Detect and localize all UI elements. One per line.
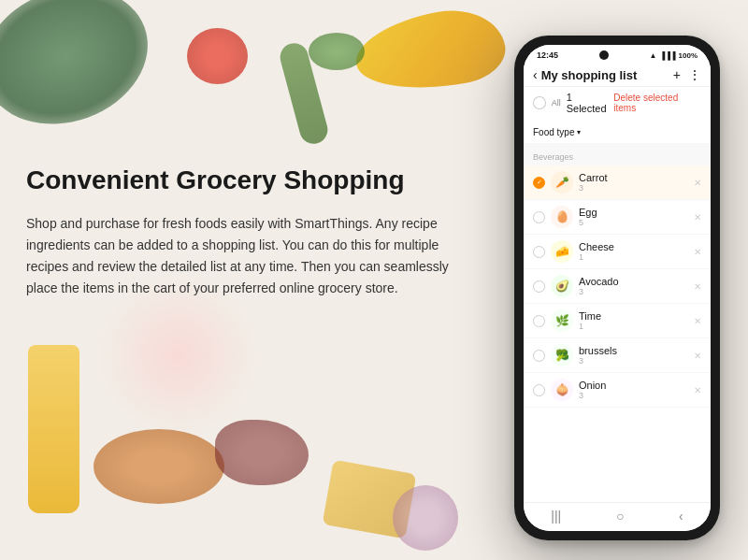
- avocado-name: Avocado: [579, 276, 688, 287]
- bg-sweetpotato-decoration: [94, 429, 224, 504]
- signal-icon: ▐▐▐: [660, 51, 676, 60]
- filter-row: Food type ▾: [524, 119, 711, 143]
- app-header: ‹ My shopping list + ⋮: [524, 62, 711, 87]
- carrot-count: 3: [579, 183, 688, 193]
- list-item[interactable]: 🌿 Time 1 ✕: [524, 304, 711, 338]
- wifi-icon: ▲: [650, 51, 657, 60]
- back-button[interactable]: ‹: [533, 67, 538, 82]
- phone-mockup: 12:45 ▲ ▐▐▐ 100% ‹ My shopping list + ⋮: [514, 36, 720, 540]
- bg-tomato-decoration: [187, 28, 248, 84]
- bg-pink-blob-decoration: [94, 280, 262, 430]
- bg-banana-decoration: [350, 2, 510, 102]
- carrot-info: Carrot 3: [579, 172, 688, 193]
- onion-name: Onion: [579, 380, 688, 391]
- phone-bottom-nav: ||| ○ ‹: [524, 502, 711, 531]
- app-title: My shopping list: [541, 68, 638, 82]
- delete-selected-button[interactable]: Delete selected items: [613, 93, 701, 113]
- cheese-icon: 🧀: [551, 240, 573, 263]
- selection-left: All 1 Selected: [533, 92, 613, 114]
- time-count: 1: [579, 322, 688, 331]
- filter-chevron-icon: ▾: [577, 128, 581, 136]
- egg-info: Egg 5: [579, 207, 688, 227]
- selection-bar: All 1 Selected Delete selected items: [524, 87, 711, 119]
- avocado-info: Avocado 3: [579, 276, 688, 296]
- onion-count: 3: [579, 391, 688, 400]
- time-name: Time: [579, 310, 688, 322]
- item-checkbox-time[interactable]: [533, 315, 545, 327]
- item-checkbox-egg[interactable]: [533, 211, 545, 223]
- selected-count-text: 1 Selected: [567, 92, 614, 114]
- back-nav-icon[interactable]: ‹: [679, 509, 683, 524]
- list-item[interactable]: 🥦 brussels 3 ✕: [524, 338, 711, 373]
- home-nav-icon[interactable]: ○: [616, 509, 624, 524]
- add-item-button[interactable]: +: [673, 67, 681, 82]
- egg-icon: 🥚: [551, 206, 573, 228]
- carrot-remove-icon[interactable]: ✕: [694, 178, 701, 188]
- shopping-items-list: 🥕 Carrot 3 ✕ 🥚 Egg 5 ✕: [524, 165, 711, 502]
- battery-icon: 100%: [679, 51, 698, 60]
- list-item[interactable]: 🥚 Egg 5 ✕: [524, 200, 711, 235]
- beverages-category: Beverages: [524, 143, 711, 165]
- beverages-label: Beverages: [533, 152, 573, 162]
- avocado-icon: 🥑: [551, 275, 573, 297]
- brussels-info: brussels 3: [579, 345, 688, 366]
- brussels-icon: 🥦: [551, 344, 573, 366]
- cheese-name: Cheese: [579, 241, 688, 252]
- select-all-checkbox[interactable]: [533, 96, 546, 109]
- bg-onion-decoration: [393, 485, 458, 551]
- page-title: Convenient Grocery Shopping: [26, 164, 456, 196]
- item-checkbox-cheese[interactable]: [533, 246, 545, 258]
- status-time: 12:45: [537, 50, 558, 60]
- bg-spinach-decoration: [0, 0, 167, 147]
- cheese-count: 1: [579, 252, 688, 262]
- list-item[interactable]: 🧅 Onion 3 ✕: [524, 373, 711, 408]
- bg-juice-decoration: [28, 345, 79, 513]
- carrot-icon: 🥕: [551, 171, 573, 194]
- phone-screen: 12:45 ▲ ▐▐▐ 100% ‹ My shopping list + ⋮: [524, 45, 711, 531]
- status-icons: ▲ ▐▐▐ 100%: [650, 51, 698, 60]
- food-type-filter[interactable]: Food type ▾: [533, 127, 581, 137]
- item-checkbox-brussels[interactable]: [533, 350, 545, 362]
- left-content-area: Convenient Grocery Shopping Shop and pur…: [26, 164, 456, 299]
- header-actions: + ⋮: [673, 67, 701, 82]
- item-checkbox-onion[interactable]: [533, 384, 545, 396]
- list-item[interactable]: 🧀 Cheese 1 ✕: [524, 235, 711, 269]
- phone-shell: 12:45 ▲ ▐▐▐ 100% ‹ My shopping list + ⋮: [514, 36, 720, 540]
- egg-name: Egg: [579, 207, 688, 218]
- egg-count: 5: [579, 218, 688, 227]
- onion-icon: 🧅: [551, 379, 573, 401]
- cheese-remove-icon[interactable]: ✕: [694, 247, 701, 257]
- list-item[interactable]: 🥕 Carrot 3 ✕: [524, 165, 711, 200]
- more-options-button[interactable]: ⋮: [688, 67, 701, 82]
- brussels-count: 3: [579, 356, 688, 366]
- bg-meat-decoration: [215, 420, 309, 485]
- filter-label: Food type: [533, 127, 574, 137]
- page-description: Shop and purchase for fresh foods easily…: [26, 213, 456, 299]
- time-remove-icon[interactable]: ✕: [694, 316, 701, 326]
- item-checkbox-carrot[interactable]: [533, 177, 545, 189]
- avocado-count: 3: [579, 287, 688, 296]
- bg-herbs-decoration: [309, 33, 365, 70]
- onion-info: Onion 3: [579, 380, 688, 400]
- camera-notch: [599, 50, 609, 60]
- all-label: All: [552, 98, 561, 108]
- list-item[interactable]: 🥑 Avocado 3 ✕: [524, 269, 711, 304]
- status-bar: 12:45 ▲ ▐▐▐ 100%: [524, 45, 711, 62]
- carrot-name: Carrot: [579, 172, 688, 183]
- item-checkbox-avocado[interactable]: [533, 280, 545, 293]
- time-info: Time 1: [579, 310, 688, 331]
- header-left: ‹ My shopping list: [533, 67, 637, 82]
- onion-remove-icon[interactable]: ✕: [694, 385, 701, 395]
- egg-remove-icon[interactable]: ✕: [694, 212, 701, 223]
- time-icon: 🌿: [551, 309, 573, 332]
- brussels-name: brussels: [579, 345, 688, 356]
- avocado-remove-icon[interactable]: ✕: [694, 281, 701, 292]
- menu-nav-icon[interactable]: |||: [551, 509, 561, 524]
- cheese-info: Cheese 1: [579, 241, 688, 262]
- brussels-remove-icon[interactable]: ✕: [694, 351, 701, 361]
